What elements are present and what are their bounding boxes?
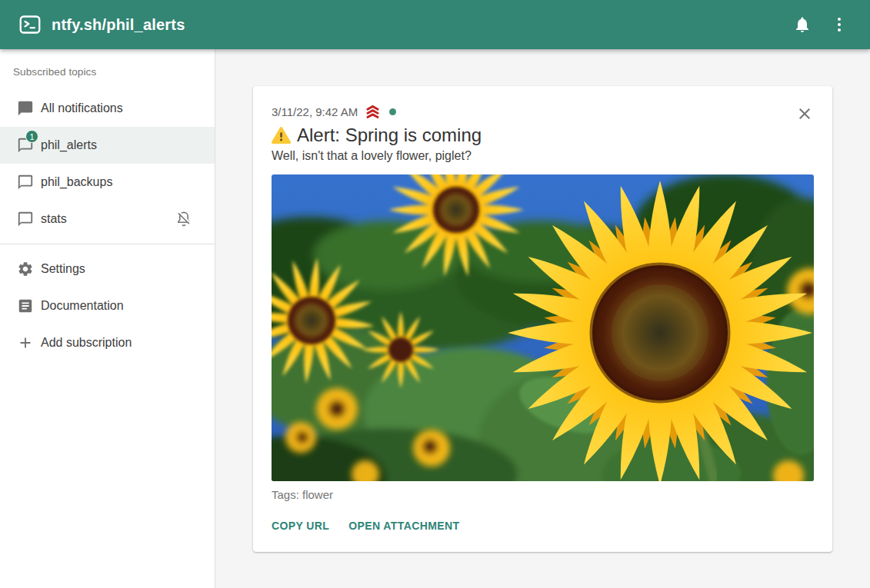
chat-bubble-outline-icon xyxy=(16,173,35,191)
sidebar-item-label: Documentation xyxy=(41,299,124,313)
sidebar-item-label: All notifications xyxy=(41,101,123,115)
notification-title: Alert: Spring is coming xyxy=(272,125,814,146)
notifications-button[interactable] xyxy=(784,6,821,43)
kebab-menu-icon xyxy=(830,15,848,34)
copy-url-button[interactable]: COPY URL xyxy=(272,518,329,533)
sidebar-item-phil-backups[interactable]: phil_backups xyxy=(0,164,215,201)
gear-icon xyxy=(16,260,35,278)
timestamp: 3/11/22, 9:42 AM xyxy=(272,105,358,118)
sidebar-item-add-subscription[interactable]: Add subscription xyxy=(0,324,215,361)
article-icon xyxy=(16,297,35,315)
sidebar-item-label: phil_alerts xyxy=(41,138,97,152)
subscribed-topics-label: Subscribed topics xyxy=(0,49,215,78)
unread-dot-icon xyxy=(389,108,396,115)
notification-meta: 3/11/22, 9:42 AM xyxy=(272,105,814,119)
sidebar-item-label: Add subscription xyxy=(41,336,132,350)
notification-body: Well, isn't that a lovely flower, piglet… xyxy=(272,149,814,163)
sidebar-item-stats[interactable]: stats xyxy=(0,201,215,238)
attachment-image[interactable] xyxy=(272,174,814,481)
warning-triangle-icon xyxy=(272,127,291,145)
chat-bubble-outline-icon xyxy=(16,210,35,228)
max-priority-icon xyxy=(364,105,382,119)
chat-bubble-filled-icon xyxy=(16,99,35,118)
notification-title-text: Alert: Spring is coming xyxy=(297,125,482,146)
sidebar-item-label: stats xyxy=(41,212,67,226)
notification-actions: COPY URL OPEN ATTACHMENT xyxy=(272,518,814,533)
main-content: 3/11/22, 9:42 AM Alert: Spring is coming… xyxy=(215,49,870,588)
sidebar: Subscribed topics All notifications 1 ph… xyxy=(0,49,215,588)
bell-off-icon xyxy=(175,210,193,228)
plus-icon xyxy=(16,334,35,352)
sidebar-item-phil-alerts[interactable]: 1 phil_alerts xyxy=(0,127,215,164)
overflow-menu-button[interactable] xyxy=(821,6,858,43)
unread-count-badge: 1 xyxy=(25,130,38,143)
close-notification-button[interactable] xyxy=(795,105,814,123)
tags-label: Tags: flower xyxy=(272,488,814,501)
notification-card: 3/11/22, 9:42 AM Alert: Spring is coming… xyxy=(253,86,832,552)
sidebar-item-label: phil_backups xyxy=(41,175,112,189)
sidebar-item-settings[interactable]: Settings xyxy=(0,251,215,287)
open-attachment-button[interactable]: OPEN ATTACHMENT xyxy=(348,518,459,533)
bell-icon xyxy=(793,15,812,34)
close-icon xyxy=(795,105,814,123)
app-bar: ntfy.sh/phil_alerts xyxy=(0,0,870,49)
ntfy-logo-icon xyxy=(19,14,41,35)
chat-bubble-outline-icon: 1 xyxy=(16,136,35,154)
sidebar-divider xyxy=(0,244,215,244)
sidebar-item-all-notifications[interactable]: All notifications xyxy=(0,90,215,127)
sidebar-item-label: Settings xyxy=(41,262,85,276)
sidebar-item-documentation[interactable]: Documentation xyxy=(0,287,215,324)
page-title: ntfy.sh/phil_alerts xyxy=(52,16,185,34)
